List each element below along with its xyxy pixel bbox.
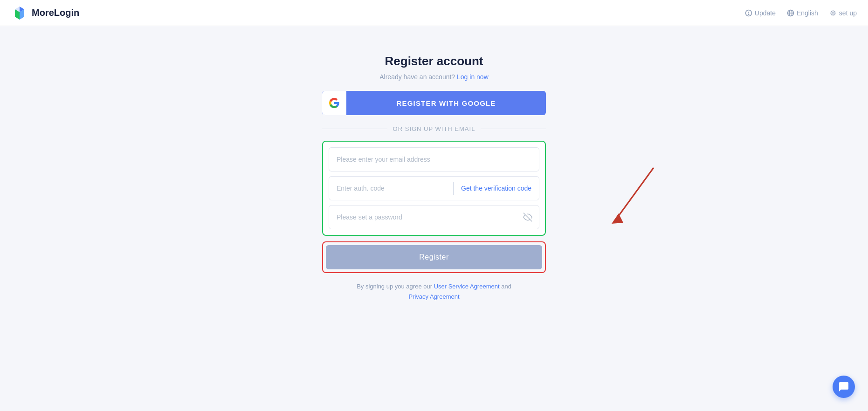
email-input[interactable] [329,147,539,171]
password-row [329,205,539,229]
subtitle-text: Already have an account? [379,73,455,81]
google-icon-wrap [322,91,346,115]
auth-code-row: Get the verification code [329,176,539,200]
language-button[interactable]: English [787,9,818,17]
update-icon [745,9,752,17]
subtitle: Already have an account? Log in now [322,73,546,81]
app-header: MoreLogin Update English set up [0,0,868,26]
divider-line-left [322,129,387,129]
google-btn-label: REGISTER WITH GOOGLE [346,99,546,107]
language-label: English [797,9,818,17]
get-verification-code-button[interactable]: Get the verification code [454,177,539,200]
chat-support-button[interactable] [833,376,855,398]
setup-button[interactable]: set up [829,9,857,17]
terms-text: By signing up you agree our User Service… [322,281,546,302]
main-content: Register account Already have an account… [0,26,868,302]
terms-prefix: By signing up you agree our [357,283,432,290]
morelogin-logo-icon [11,5,28,21]
svg-point-6 [832,12,834,14]
svg-point-2 [748,14,749,14]
register-button[interactable]: Register [326,245,542,269]
login-link[interactable]: Log in now [457,73,489,81]
google-register-button[interactable]: REGISTER WITH GOOGLE [322,91,546,115]
password-input[interactable] [329,206,517,229]
form-section: Get the verification code [322,141,546,236]
google-icon [329,97,340,109]
update-label: Update [755,9,776,17]
toggle-password-visibility-button[interactable] [517,212,539,222]
header-right: Update English set up [745,9,857,17]
user-service-agreement-link[interactable]: User Service Agreement [434,283,500,290]
auth-code-input[interactable] [329,177,453,200]
register-card: Register account Already have an account… [322,54,546,302]
setup-label: set up [839,9,857,17]
gear-icon [829,9,837,17]
logo-text: MoreLogin [32,7,79,18]
divider-line-right [481,129,546,129]
terms-and: and [501,283,511,290]
register-btn-section: Register [322,241,546,273]
divider: OR SIGN UP WITH EMAIL [322,125,546,132]
update-button[interactable]: Update [745,9,776,17]
logo-area: MoreLogin [11,5,79,21]
eye-off-icon [523,212,532,222]
page-title: Register account [322,54,546,68]
chat-icon [838,381,849,392]
globe-icon [787,9,794,17]
privacy-agreement-link[interactable]: Privacy Agreement [408,293,459,300]
divider-text: OR SIGN UP WITH EMAIL [393,125,475,132]
